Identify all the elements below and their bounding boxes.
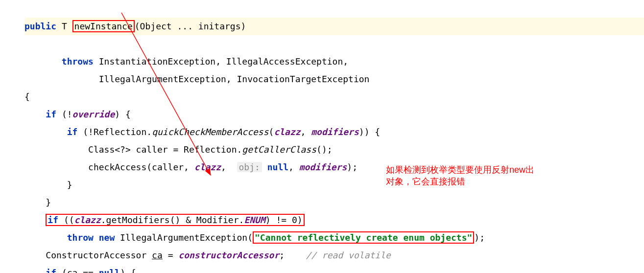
comment: // read volatile — [306, 250, 390, 260]
exception: InvocationTargetException — [237, 74, 370, 84]
field-clazz: clazz — [74, 215, 101, 225]
exception: IllegalAccessException, — [226, 56, 348, 67]
exception: IllegalArgumentException, — [99, 74, 232, 84]
static-call: getCallerClass — [242, 144, 316, 155]
field-override: override — [72, 109, 115, 119]
string-literal: "Cannot reflectively create enum objects… — [255, 232, 472, 243]
keyword-throws: throws — [62, 56, 94, 67]
keyword-if: if — [46, 109, 56, 119]
enum-constant: ENUM — [244, 215, 265, 225]
keyword-if: if — [46, 268, 56, 273]
code-editor[interactable]: public T newInstance(Object ... initargs… — [0, 0, 644, 273]
brace: } — [67, 180, 72, 190]
variable-ca: ca — [152, 250, 163, 260]
string-highlight-box: "Cannot reflectively create enum objects… — [253, 231, 474, 244]
if-highlight-box: if ((clazz.getModifiers() & Modifier.ENU… — [46, 214, 304, 226]
keyword-new: new — [99, 232, 115, 243]
field-modifiers: modifiers — [311, 127, 359, 137]
static-call: quickCheckMemberAccess — [152, 127, 268, 137]
params: (Object ... initargs) — [135, 21, 246, 31]
brace: } — [46, 197, 51, 207]
keyword-if: if — [67, 127, 78, 137]
method-name: newInstance — [74, 21, 133, 31]
field-clazz: clazz — [274, 127, 300, 137]
method-name-highlight-box: newInstance — [72, 20, 135, 32]
field-constructorAccessor: constructorAccessor — [178, 250, 279, 260]
field-clazz: clazz — [194, 162, 221, 172]
keyword-if: if — [48, 215, 58, 225]
keyword-null: null — [267, 162, 288, 172]
inlay-hint: obj: — [237, 162, 262, 172]
keyword-public: public — [24, 21, 56, 31]
brace: { — [24, 91, 30, 102]
return-type: T — [62, 21, 67, 31]
highlighted-line: public T newInstance(Object ... initargs… — [24, 18, 644, 35]
annotation-text: 如果检测到枚举类型要使用反射new出 对象，它会直接报错 — [386, 164, 641, 187]
field-modifiers: modifiers — [299, 162, 347, 172]
keyword-null: null — [99, 268, 120, 273]
keyword-throw: throw — [67, 232, 94, 243]
exception: InstantiationException, — [99, 56, 221, 67]
variable-ca: ca — [67, 268, 78, 273]
